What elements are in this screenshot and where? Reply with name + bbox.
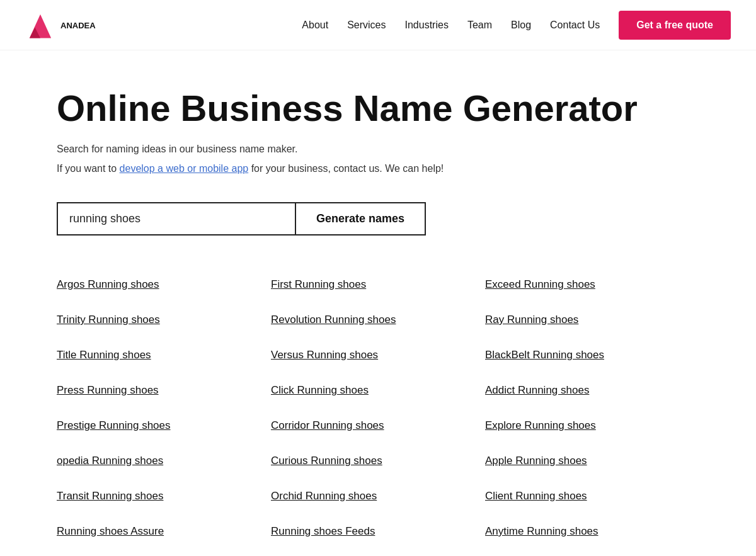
nav-blog[interactable]: Blog [511,20,531,31]
list-item: First Running shoes [271,267,485,302]
result-link[interactable]: BlackBelt Running shoes [485,349,604,361]
site-header: ANADEA ANADEA About Services Industries … [0,0,756,50]
list-item: Title Running shoes [57,338,271,373]
list-item: Ray Running shoes [485,302,699,338]
list-item: Explore Running shoes [485,408,699,443]
result-link[interactable]: Client Running shoes [485,490,587,502]
result-link[interactable]: Explore Running shoes [485,419,596,431]
develop-app-link[interactable]: develop a web or mobile app [120,163,249,174]
result-column-2: First Running shoesRevolution Running sh… [271,267,485,549]
subtitle-2-after: for your business, contact us. We can he… [248,163,444,174]
list-item: Transit Running shoes [57,479,271,514]
logo[interactable]: ANADEA ANADEA [25,10,111,40]
list-item: Running shoes Assure [57,514,271,549]
nav-team[interactable]: Team [467,20,492,31]
result-column-1: Argos Running shoesTrinity Running shoes… [57,267,271,549]
result-link[interactable]: Addict Running shoes [485,384,589,396]
result-link[interactable]: Running shoes Feeds [271,525,375,537]
result-link[interactable]: Exceed Running shoes [485,278,595,290]
nav-contact[interactable]: Contact Us [550,20,600,31]
nav-services[interactable]: Services [347,20,386,31]
result-link[interactable]: Orchid Running shoes [271,490,377,502]
nav-about[interactable]: About [302,20,328,31]
result-link[interactable]: Corridor Running shoes [271,419,384,431]
result-link[interactable]: Title Running shoes [57,349,151,361]
list-item: Prestige Running shoes [57,408,271,443]
main-content: Online Business Name Generator Search fo… [32,50,724,556]
result-link[interactable]: Transit Running shoes [57,490,163,502]
search-row: Generate names [57,202,699,235]
nav-industries[interactable]: Industries [405,20,449,31]
result-link[interactable]: opedia Running shoes [57,455,163,467]
list-item: Corridor Running shoes [271,408,485,443]
result-link[interactable]: Curious Running shoes [271,455,382,467]
list-item: Argos Running shoes [57,267,271,302]
list-item: Curious Running shoes [271,443,485,479]
list-item: BlackBelt Running shoes [485,338,699,373]
list-item: Revolution Running shoes [271,302,485,338]
subtitle-2-before: If you want to [57,163,120,174]
list-item: Running shoes Feeds [271,514,485,549]
result-column-3: Exceed Running shoesRay Running shoesBla… [485,267,699,549]
result-link[interactable]: Trinity Running shoes [57,314,160,326]
list-item: Press Running shoes [57,373,271,408]
list-item: Addict Running shoes [485,373,699,408]
list-item: Trinity Running shoes [57,302,271,338]
subtitle-1: Search for naming ideas in our business … [57,141,699,157]
search-input[interactable] [57,202,296,235]
result-link[interactable]: Versus Running shoes [271,349,378,361]
subtitle-2: If you want to develop a web or mobile a… [57,161,699,177]
result-link[interactable]: Press Running shoes [57,384,159,396]
list-item: Orchid Running shoes [271,479,485,514]
result-link[interactable]: Running shoes Assure [57,525,164,537]
list-item: Client Running shoes [485,479,699,514]
list-item: opedia Running shoes [57,443,271,479]
results-grid: Argos Running shoesTrinity Running shoes… [57,267,699,549]
list-item: Exceed Running shoes [485,267,699,302]
svg-text:ANADEA: ANADEA [60,21,96,30]
list-item: Click Running shoes [271,373,485,408]
logo-text: ANADEA [60,21,111,30]
result-link[interactable]: Argos Running shoes [57,278,159,290]
result-link[interactable]: Apple Running shoes [485,455,587,467]
result-link[interactable]: Anytime Running shoes [485,525,598,537]
result-link[interactable]: Revolution Running shoes [271,314,396,326]
get-quote-button[interactable]: Get a free quote [619,11,731,40]
result-link[interactable]: Click Running shoes [271,384,369,396]
list-item: Apple Running shoes [485,443,699,479]
generate-button[interactable]: Generate names [296,202,426,235]
list-item: Anytime Running shoes [485,514,699,549]
result-link[interactable]: Prestige Running shoes [57,419,171,431]
list-item: Versus Running shoes [271,338,485,373]
result-link[interactable]: Ray Running shoes [485,314,578,326]
result-link[interactable]: First Running shoes [271,278,366,290]
main-nav: About Services Industries Team Blog Cont… [302,11,731,40]
page-title: Online Business Name Generator [57,88,699,128]
logo-icon: ANADEA [25,10,55,40]
